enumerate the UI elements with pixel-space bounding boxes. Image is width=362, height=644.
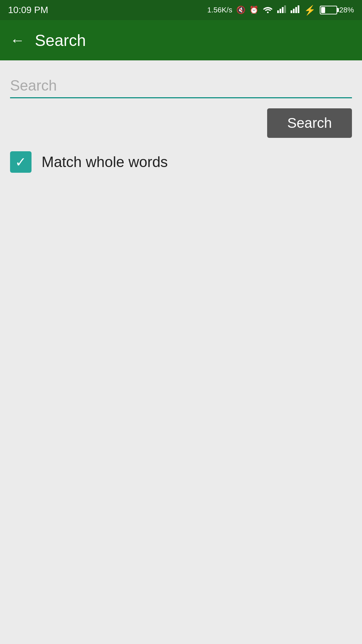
- charging-icon: ⚡: [304, 5, 316, 16]
- search-input-container: [10, 74, 352, 98]
- svg-rect-7: [295, 7, 297, 13]
- search-button[interactable]: Search: [267, 108, 352, 138]
- back-button[interactable]: ←: [10, 32, 25, 49]
- svg-rect-1: [277, 10, 279, 13]
- svg-rect-5: [291, 10, 292, 13]
- svg-rect-2: [280, 9, 281, 13]
- search-button-row: Search: [10, 108, 352, 138]
- status-bar: 10:09 PM 1.56K/s 🔇 ⏰: [0, 0, 362, 20]
- main-content: Search ✓ Match whole words: [0, 60, 362, 644]
- signal2-icon: [291, 5, 300, 15]
- svg-point-0: [267, 12, 268, 13]
- status-time: 10:09 PM: [8, 5, 48, 15]
- mute-icon: 🔇: [236, 6, 245, 14]
- network-speed: 1.56K/s: [207, 6, 232, 14]
- match-whole-words-label: Match whole words: [42, 154, 168, 170]
- match-words-row: ✓ Match whole words: [10, 151, 352, 173]
- wifi-icon: [262, 5, 273, 15]
- svg-rect-3: [282, 7, 284, 13]
- match-whole-words-checkbox[interactable]: ✓: [10, 151, 32, 173]
- page-title: Search: [35, 31, 86, 50]
- battery-indicator: 28%: [320, 6, 354, 14]
- signal-icon: [277, 5, 287, 15]
- battery-icon: [320, 6, 337, 14]
- alarm-icon: ⏰: [249, 6, 258, 14]
- battery-fill: [321, 7, 325, 13]
- svg-rect-4: [284, 5, 286, 13]
- battery-percent: 28%: [339, 6, 354, 14]
- svg-rect-6: [293, 9, 295, 13]
- search-input[interactable]: [10, 74, 352, 98]
- app-bar: ← Search: [0, 20, 362, 60]
- checkmark-icon: ✓: [15, 155, 26, 169]
- back-arrow-icon: ←: [10, 32, 25, 49]
- status-icons: 1.56K/s 🔇 ⏰ ⚡: [207, 5, 354, 16]
- svg-rect-8: [298, 5, 299, 13]
